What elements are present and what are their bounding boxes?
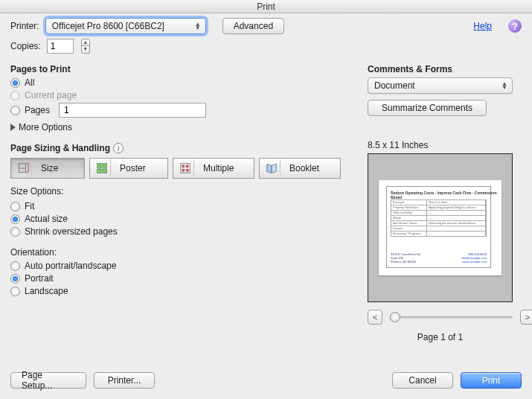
svg-rect-4 (102, 169, 106, 173)
orientation-heading: Orientation: (10, 247, 353, 258)
slider-thumb[interactable] (390, 312, 400, 322)
select-arrows-icon: ▲▼ (195, 22, 201, 30)
radio-actual-size-label: Actual size (25, 214, 68, 224)
comments-forms-heading: Comments & Forms (368, 64, 532, 74)
disclosure-triangle-icon (10, 124, 16, 131)
comments-forms-value: Document (374, 80, 415, 91)
stepper-up-icon[interactable]: ▲ (81, 39, 90, 46)
chevron-right-icon: > (525, 313, 530, 322)
tab-size[interactable]: Size (10, 158, 85, 179)
radio-pages-label: Pages (25, 105, 54, 115)
tab-multiple[interactable]: Multiple (173, 158, 254, 179)
printer-label: Printer: (10, 21, 39, 31)
booklet-icon (263, 159, 281, 177)
svg-rect-0 (19, 164, 25, 173)
preview-dimensions: 8.5 x 11 Inches (368, 140, 532, 150)
page-indicator: Page 1 of 1 (417, 332, 463, 342)
tab-poster[interactable]: Poster (89, 158, 168, 179)
radio-fit[interactable] (10, 202, 20, 211)
more-options-disclosure[interactable]: More Options (10, 122, 353, 133)
size-icon (14, 159, 32, 177)
svg-rect-1 (97, 164, 100, 167)
pages-range-input[interactable] (59, 103, 206, 118)
copies-input[interactable] (47, 39, 74, 54)
radio-portrait[interactable] (10, 274, 20, 284)
radio-fit-label: Fit (25, 201, 34, 211)
printer-select-value: Officejet Pro 8600 [C66BC2] (52, 21, 164, 31)
preview-page: Reduce Operating Costs · Improve Cash Fl… (379, 180, 501, 275)
radio-current-page[interactable] (10, 91, 20, 100)
radio-auto-orientation-label: Auto portrait/landscape (25, 261, 116, 271)
printer-settings-button[interactable]: Printer... (94, 372, 155, 389)
select-arrows-icon: ▲▼ (501, 82, 507, 89)
poster-icon (93, 159, 111, 177)
comments-forms-select[interactable]: Document ▲▼ (368, 77, 513, 94)
summarize-comments-button[interactable]: Summarize Comments (368, 100, 487, 116)
help-icon[interactable]: ? (508, 19, 522, 33)
radio-actual-size[interactable] (10, 214, 20, 224)
radio-all[interactable] (10, 78, 20, 88)
svg-rect-7 (185, 165, 188, 168)
preview-zoom-slider[interactable] (390, 311, 513, 323)
radio-landscape-label: Landscape (25, 286, 68, 296)
svg-rect-6 (182, 165, 185, 168)
print-button[interactable]: Print (461, 372, 522, 389)
tab-booklet[interactable]: Booklet (259, 158, 341, 179)
chevron-left-icon: < (373, 313, 377, 322)
copies-label: Copies: (10, 41, 41, 51)
window-titlebar: Print (0, 0, 532, 13)
svg-rect-8 (182, 169, 185, 172)
svg-rect-3 (97, 169, 100, 173)
preview-next-button[interactable]: > (520, 310, 532, 325)
svg-rect-2 (102, 164, 106, 167)
size-options-label: Size Options: (10, 186, 353, 197)
window-title: Print (257, 1, 275, 12)
radio-landscape[interactable] (10, 287, 20, 296)
radio-auto-orientation[interactable] (10, 261, 20, 271)
radio-shrink-label: Shrink oversized pages (25, 226, 118, 237)
preview-prev-button[interactable]: < (368, 310, 382, 325)
page-setup-button[interactable]: Page Setup... (10, 372, 86, 389)
svg-rect-9 (185, 169, 188, 172)
radio-shrink[interactable] (10, 227, 20, 237)
radio-current-page-label: Current page (25, 90, 77, 100)
stepper-down-icon[interactable]: ▼ (81, 46, 90, 54)
sizing-heading: Page Sizing & Handling (10, 143, 110, 153)
radio-all-label: All (25, 77, 34, 88)
info-icon[interactable]: i (113, 143, 124, 153)
help-link[interactable]: Help (473, 21, 492, 31)
print-preview: Reduce Operating Costs · Improve Cash Fl… (368, 153, 513, 302)
advanced-button[interactable]: Advanced (222, 18, 284, 34)
radio-portrait-label: Portrait (25, 273, 54, 284)
more-options-label: More Options (19, 122, 72, 133)
radio-pages[interactable] (10, 106, 20, 115)
copies-stepper[interactable]: ▲ ▼ (81, 39, 90, 54)
pages-to-print-heading: Pages to Print (10, 64, 353, 74)
cancel-button[interactable]: Cancel (392, 372, 453, 389)
printer-select[interactable]: Officejet Pro 8600 [C66BC2] ▲▼ (45, 18, 206, 34)
multiple-icon (176, 159, 194, 177)
